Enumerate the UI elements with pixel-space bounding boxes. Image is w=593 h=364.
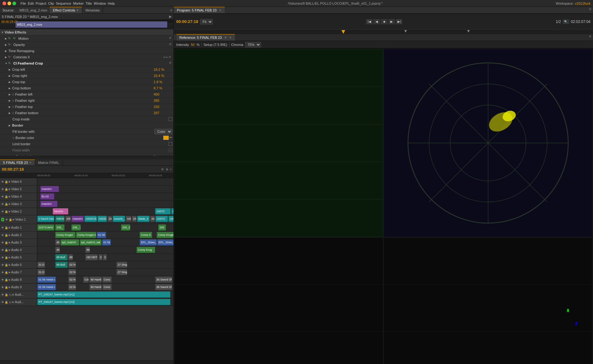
v1-expand[interactable]: ▶ <box>13 218 15 221</box>
menu-item-edit[interactable]: Edit <box>28 2 34 5</box>
a9-lock[interactable]: 🔒 <box>5 286 8 289</box>
eyedropper-icon[interactable]: ✏ <box>169 136 172 140</box>
a6-clip-31d[interactable]: 31 D <box>37 262 45 268</box>
a1-eye[interactable]: 👁 <box>1 226 4 229</box>
v1-clip-wb30[interactable]: WB30_2 <box>55 216 65 222</box>
v4-eye[interactable]: 👁 <box>1 195 4 198</box>
v5-clip-maestro[interactable]: maestro <box>40 186 59 192</box>
fill-border-dropdown[interactable]: Color <box>155 129 172 134</box>
aa2-clip-pt[interactable]: PT_245247_lowres.mp3 [A2] <box>37 299 170 305</box>
v4-expand[interactable]: ▶ <box>9 195 11 198</box>
ref-tab-close[interactable]: ✕ <box>229 36 232 39</box>
menu-item-sequence[interactable]: Sequence <box>56 2 71 5</box>
crop-inside-checkbox[interactable] <box>168 117 172 121</box>
a8-clip-01hit[interactable]: 01 hit metal c <box>37 276 56 283</box>
a9-clip-36sword[interactable]: 36 Sword Shi <box>155 284 172 290</box>
intensity-value[interactable]: 50 <box>191 43 195 47</box>
a8-clip-90hambu[interactable]: 90 Hambu <box>89 276 102 283</box>
a4-eye[interactable]: 👁 <box>1 249 4 252</box>
pb-stop[interactable]: ■ <box>381 19 387 24</box>
a1-lock[interactable]: 🔒 <box>5 226 8 229</box>
crop-left-value[interactable]: 19.2 % <box>154 68 172 71</box>
a5-lock[interactable]: 🔒 <box>5 256 8 259</box>
a4-expand[interactable]: ▶ <box>9 249 11 251</box>
a1-clip-202t3[interactable]: 202T3.WAV <box>37 224 54 231</box>
pb-play-back[interactable]: ◀ <box>374 19 380 24</box>
a8-eye[interactable]: 👁 <box>1 278 4 281</box>
a7-clip-31d[interactable]: 31 D <box>37 269 45 275</box>
tl-magnet-icon[interactable]: ⊕ <box>166 168 168 171</box>
aa1-expand[interactable]: ▶ <box>12 293 14 296</box>
border-color-swatch[interactable] <box>163 136 169 140</box>
a3-clip-epl2[interactable]: epl_mattV0_tak <box>80 239 101 245</box>
a5-clip-hdhdtc[interactable]: HD HDTC <box>85 254 98 260</box>
menu-item-project[interactable]: Project <box>36 2 46 5</box>
tab-effect-controls[interactable]: Effect Controls ✕ <box>50 7 82 13</box>
crop-top-triangle[interactable] <box>9 81 11 83</box>
a8-expand[interactable]: ▶ <box>9 278 11 281</box>
a3-clip-01hit[interactable]: 01 hit <box>102 239 111 245</box>
a6-clip-88bull[interactable]: 88 Bull <box>55 262 68 268</box>
a3-clip-epl30[interactable]: EPL_30sec_ <box>140 239 157 245</box>
v1-clip-a003[interactable]: A003CC <box>97 216 107 222</box>
a7-clip-27sing[interactable]: 27 Sing <box>116 269 127 275</box>
zoom-controls[interactable]: 🔍 <box>563 20 569 24</box>
a4-clip-45[interactable]: 45 <box>55 247 60 253</box>
a3-expand[interactable]: ▶ <box>9 241 11 244</box>
v4-lock[interactable]: 🔒 <box>5 195 8 198</box>
v2-expand[interactable]: ▶ <box>9 210 11 213</box>
a7-expand[interactable]: ▶ <box>9 271 11 274</box>
a2-clip-coreyk[interactable]: Corey K <box>140 232 152 238</box>
a6-clip-27sing[interactable]: 27 Sing <box>116 262 127 268</box>
a7-clip-02hi[interactable]: 02 hi <box>68 269 76 275</box>
aa1-lock[interactable]: 🔒 <box>5 293 8 296</box>
feather-top-value[interactable]: 150 <box>154 105 172 109</box>
a6-expand[interactable]: ▶ <box>9 263 11 266</box>
v2-clip-a007c[interactable]: A007C <box>155 208 171 214</box>
v1-clip-a008c[interactable]: A008C006_12 <box>168 216 173 222</box>
tl-horizontal-scrollbar[interactable] <box>0 360 173 364</box>
aa1-clip-pt[interactable]: PT_245247_lowres.mp3 [A1] <box>37 291 170 298</box>
a7-eye[interactable]: 👁 <box>1 271 4 274</box>
a5-eye[interactable]: 👁 <box>1 256 4 259</box>
v3-expand[interactable]: ▶ <box>9 203 11 205</box>
ec-horizontal-scrollbar[interactable] <box>0 156 173 160</box>
a8-clip-02hi[interactable]: 02 hi <box>68 276 76 283</box>
feather-left-triangle[interactable] <box>9 93 11 96</box>
border-left-value[interactable]: 0 <box>154 155 172 156</box>
crop-top-value[interactable]: 1.8 % <box>154 80 172 84</box>
tab-reference[interactable]: Reference: 5 FINAL FEB 23 ▼ ✕ <box>176 34 235 41</box>
menu-item-marker[interactable]: Marker <box>73 2 83 5</box>
v1-clip-a007c[interactable]: A007C <box>155 216 168 222</box>
a6-eye[interactable]: 👁 <box>1 263 4 267</box>
colorista-triangle[interactable] <box>5 56 7 58</box>
header-expand-btn[interactable]: ▶ <box>169 15 172 19</box>
a9-clip-90hambu[interactable]: 90 Hambu <box>89 284 102 290</box>
a4-lock[interactable]: 🔒 <box>5 249 8 252</box>
a3-lock[interactable]: 🔒 <box>5 241 8 244</box>
a1-clip-205[interactable]: 205 <box>158 224 166 231</box>
menu-item-window[interactable]: Window <box>94 2 106 5</box>
aa2-eye[interactable]: 👁 <box>1 301 4 304</box>
feather-right-triangle[interactable] <box>9 99 11 102</box>
v5-lock[interactable]: 🔒 <box>5 188 8 191</box>
opacity-reset[interactable]: ↺ <box>168 43 172 47</box>
a1-clip-208[interactable]: 208_ <box>55 224 65 231</box>
effects-scroll-area[interactable]: Video Effects fx fx Motion ↺ fx Opacity … <box>0 29 173 156</box>
pb-step-fwd[interactable]: ▶| <box>396 19 402 24</box>
a1-clip-205-3[interactable]: 205_3 <box>121 224 130 231</box>
a7-lock[interactable]: 🔒 <box>5 271 8 274</box>
v1-clip-maestro[interactable]: maestro <box>71 216 84 222</box>
a9-eye[interactable]: 👁 <box>1 286 4 289</box>
feather-bottom-value[interactable]: 297 <box>154 111 172 115</box>
v3-lock[interactable]: 🔒 <box>5 203 8 206</box>
feather-top-triangle[interactable] <box>9 106 11 108</box>
a8-clip-cons[interactable]: Cons <box>102 276 112 283</box>
crop-bottom-triangle[interactable] <box>9 87 11 89</box>
v1-eye[interactable]: 👁 <box>5 218 8 221</box>
v5-expand[interactable]: ▶ <box>9 188 11 191</box>
v2-clip-hancho[interactable]: hancho <box>53 208 68 214</box>
a3-eye[interactable]: 👁 <box>1 241 4 244</box>
v1-clip-a002[interactable]: A002C007 <box>84 216 97 222</box>
tab-metadata[interactable]: Metadata <box>82 7 103 13</box>
